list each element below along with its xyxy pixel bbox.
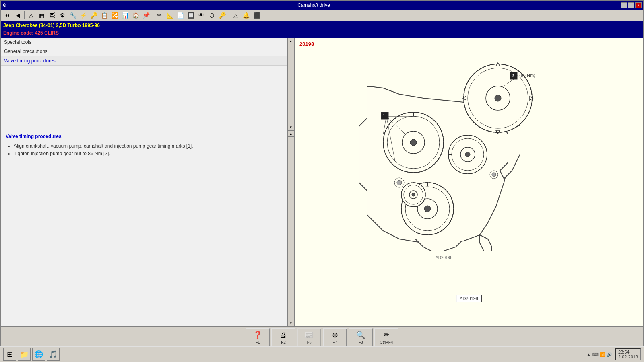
toc-list: Special tools General precautions Valve …	[1, 38, 287, 130]
toolbar-home[interactable]: 🏠	[131, 11, 140, 20]
ctrlf4-icon: ✏	[384, 331, 390, 339]
content-scroll-down[interactable]: ▼	[288, 320, 294, 326]
content-list: Align crankshaft, vacuum pump, camshaft …	[6, 143, 283, 156]
f2-label: F2	[281, 340, 286, 345]
fn-f7-button[interactable]: ⊕ F7	[323, 328, 347, 348]
toolbar-pin[interactable]: 📌	[141, 11, 151, 20]
fn-f1-button[interactable]: ❓ F1	[246, 328, 270, 348]
toolbar-ruler[interactable]: 📐	[165, 11, 175, 20]
toolbar-chart[interactable]: 📊	[120, 11, 130, 20]
content-scrollbar[interactable]: ▲ ▼	[287, 130, 294, 326]
toc-scrollbar[interactable]: ▲ ▼	[287, 38, 294, 130]
maximize-button[interactable]: □	[628, 2, 634, 8]
svg-point-23	[412, 193, 415, 196]
toolbar-image[interactable]: 🖼	[47, 11, 57, 20]
content-bullet-1: Align crankshaft, vacuum pump, camshaft …	[14, 143, 283, 149]
toolbar-tools[interactable]: 🔧	[68, 11, 78, 20]
toolbar: ⏮ ◀ △ ▦ 🖼 ⚙ 🔧 ⚡ 🔑 📋 🔀 📊 🏠 📌 ✏ 📐 📄 🔲 👁 ⬡ …	[1, 10, 643, 21]
toolbar-warning[interactable]: △	[26, 11, 36, 20]
bottom-toolbar: ❓ F1 🖨 F2 📰 F5 ⊕ F7 🔍 F8 ✏ Ctrl+F4	[1, 326, 643, 348]
app-header: Jeep Cherokee (84-01) 2,5D Turbo 1995-96…	[1, 21, 643, 38]
engine-line: Engine code: 425 CLIRS	[3, 29, 641, 37]
toolbar-key2[interactable]: 🔑	[217, 11, 227, 20]
scroll-down[interactable]: ▼	[288, 124, 294, 130]
f1-icon: ❓	[253, 331, 262, 339]
toc-item-general[interactable]: General precautions	[1, 47, 287, 56]
gear-idler	[401, 183, 425, 207]
titlebar: ⚙ Camshaft drive _ □ ×	[1, 1, 643, 10]
toolbar-tri[interactable]: △	[231, 11, 240, 20]
gear-camshaft	[383, 112, 444, 173]
diagram-number: 20198	[299, 41, 314, 47]
svg-point-18	[424, 206, 431, 212]
content-scroll-up[interactable]: ▲	[288, 130, 294, 137]
titlebar-title: Camshaft drive	[7, 2, 621, 8]
f7-icon: ⊕	[332, 331, 338, 339]
toolbar-first[interactable]: ⏮	[2, 11, 12, 20]
scroll-up[interactable]: ▲	[288, 38, 294, 44]
titlebar-left: ⚙	[2, 2, 7, 8]
app-icon: ⚙	[2, 2, 7, 8]
toolbar-pencil[interactable]: ✏	[155, 11, 164, 20]
content-area: Valve timing procedures Align crankshaft…	[1, 130, 287, 326]
diagram-caption-text: AD20198	[436, 255, 452, 260]
toolbar-sep3	[229, 11, 229, 19]
svg-point-13	[465, 152, 470, 157]
f7-label: F7	[332, 340, 337, 345]
f8-icon: 🔍	[356, 331, 365, 339]
f8-label: F8	[358, 340, 363, 345]
taskbar: ⊞ 📁 🌐 🎵 ▲ ⌨ 📶 🔊 23:54 2.02.2019	[0, 346, 644, 362]
toolbar-prev[interactable]: ◀	[13, 11, 23, 20]
toolbar-sep1	[24, 11, 25, 19]
toolbar-doc[interactable]: 📄	[175, 11, 185, 20]
gear-vacuum-pump	[448, 135, 487, 174]
toolbar-sep2	[153, 11, 153, 19]
svg-point-38	[397, 180, 402, 185]
f5-label: F5	[307, 340, 312, 345]
taskbar-files[interactable]: 📁	[18, 348, 31, 361]
toolbar-lightning[interactable]: ⚡	[78, 11, 88, 20]
taskbar-tray-icons: ▲ ⌨ 📶 🔊	[586, 352, 612, 357]
toolbar-arrows[interactable]: 🔀	[110, 11, 120, 20]
f1-label: F1	[255, 340, 260, 345]
toolbar-eye[interactable]: 👁	[196, 11, 206, 20]
fn-ctrlf4-button[interactable]: ✏ Ctrl+F4	[374, 328, 398, 348]
taskbar-chrome[interactable]: 🌐	[32, 348, 45, 361]
minimize-button[interactable]: _	[621, 2, 627, 8]
svg-text:2: 2	[512, 74, 514, 78]
clock-date: 2.02.2019	[618, 354, 638, 359]
taskbar-right: ▲ ⌨ 📶 🔊 23:54 2.02.2019	[586, 348, 641, 360]
fn-f2-button[interactable]: 🖨 F2	[271, 328, 295, 348]
close-button[interactable]: ×	[635, 2, 642, 8]
toolbar-hex[interactable]: ⬡	[207, 11, 217, 20]
toolbar-grid[interactable]: ▦	[37, 11, 46, 20]
toolbar-settings[interactable]: ⚙	[58, 11, 67, 20]
toolbar-table[interactable]: 📋	[99, 11, 109, 20]
fn-f8-button[interactable]: 🔍 F8	[349, 328, 373, 348]
toolbar-square[interactable]: ⬛	[252, 11, 261, 20]
diagram-caption-box: AD20198	[456, 295, 482, 302]
toc-item-valve-timing[interactable]: Valve timing procedures	[1, 56, 287, 66]
gear-diagram: 1 2 (86 Nm) AD20198	[343, 54, 576, 271]
content-title: Valve timing procedures	[6, 134, 283, 139]
svg-text:1: 1	[383, 114, 385, 118]
f5-icon: 📰	[305, 331, 314, 339]
svg-point-8	[410, 139, 417, 146]
clock-time: 23:54	[618, 350, 638, 354]
content-bullet-2: Tighten injection pump gear nut to 86 Nm…	[14, 151, 283, 156]
fn-f5-button[interactable]: 📰 F5	[297, 328, 321, 348]
taskbar-media[interactable]: 🎵	[47, 348, 60, 361]
start-button[interactable]: ⊞	[3, 348, 16, 361]
right-panel: 20198	[295, 38, 643, 326]
torque-label: (86 Nm)	[519, 73, 535, 78]
diagram-container: 1 2 (86 Nm) AD20198	[343, 54, 576, 271]
toolbar-box[interactable]: 🔲	[186, 11, 196, 20]
clock-display: 23:54 2.02.2019	[615, 348, 641, 360]
vehicle-line: Jeep Cherokee (84-01) 2,5D Turbo 1995-96	[3, 22, 641, 29]
toc-item-special-tools[interactable]: Special tools	[1, 38, 287, 47]
ctrlf4-label: Ctrl+F4	[380, 340, 393, 345]
toolbar-bell[interactable]: 🔔	[241, 11, 251, 20]
toolbar-key[interactable]: 🔑	[89, 11, 99, 20]
taskbar-left: ⊞ 📁 🌐 🎵	[3, 348, 60, 361]
f2-icon: 🖨	[280, 331, 287, 339]
